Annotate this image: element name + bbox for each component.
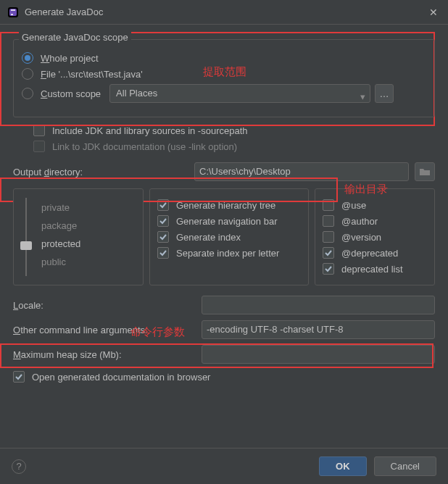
folder-icon: [419, 167, 431, 177]
radio-label: Whole project: [41, 53, 99, 64]
other-args-label: Other command line arguments:: [13, 325, 202, 335]
slider-thumb[interactable]: [20, 241, 32, 250]
output-label: Output directory:: [13, 167, 194, 178]
radio-file[interactable]: File '...\src\test\Test.java': [22, 68, 426, 80]
locale-input[interactable]: [202, 296, 435, 314]
slider-track: [25, 198, 27, 276]
chk-navbar[interactable]: Generate navigation bar: [157, 215, 301, 227]
radio-label: Custom scope: [41, 88, 101, 99]
close-icon[interactable]: ✕: [426, 7, 441, 18]
titlebar: Generate JavaDoc ✕: [0, 0, 448, 25]
scope-fieldset: Generate JavaDoc scope Whole project Fil…: [13, 33, 435, 117]
scope-browse-button[interactable]: …: [375, 84, 394, 103]
cancel-button[interactable]: Cancel: [374, 456, 436, 476]
radio-dot: [22, 68, 33, 80]
level-private[interactable]: private: [41, 202, 136, 213]
browse-folder-button[interactable]: [415, 162, 435, 181]
checkbox-icon: [33, 125, 45, 136]
heap-input[interactable]: [202, 345, 435, 364]
radio-dot: [22, 52, 33, 64]
radio-dot: [22, 88, 33, 99]
scope-legend: Generate JavaDoc scope: [19, 32, 131, 43]
chk-separate-index[interactable]: Separate index per letter: [157, 247, 301, 259]
help-button[interactable]: ?: [12, 459, 26, 474]
locale-label: Locale:: [13, 300, 202, 311]
level-public[interactable]: public: [41, 256, 136, 267]
chk-deprecated-list[interactable]: deprecated list: [323, 263, 427, 275]
heap-label: Maximum heap size (Mb):: [13, 349, 202, 360]
radio-custom-scope[interactable]: Custom scope All Places ▾ …: [22, 84, 426, 103]
chk-author[interactable]: @author: [323, 215, 427, 227]
level-protected[interactable]: protected: [41, 238, 136, 249]
chk-index[interactable]: Generate index: [157, 231, 301, 243]
generation-options: Generate hierarchy tree Generate navigat…: [149, 188, 309, 285]
chk-deprecated[interactable]: @deprecated: [323, 247, 427, 259]
ok-button[interactable]: OK: [319, 456, 367, 476]
button-bar: ? OK Cancel: [0, 448, 448, 484]
app-icon: [7, 7, 19, 18]
scope-select[interactable]: All Places ▾: [109, 84, 370, 103]
chk-use[interactable]: @use: [323, 199, 427, 211]
chk-include-jdk[interactable]: Include JDK and library sources in -sour…: [33, 125, 435, 136]
chevron-down-icon: ▾: [360, 88, 365, 106]
checkbox-icon: [33, 141, 45, 152]
level-package[interactable]: package: [41, 220, 136, 231]
checkbox-icon: [13, 371, 25, 383]
tag-options: @use @author @version @deprecated deprec…: [315, 188, 435, 285]
chk-open-browser[interactable]: Open generated documentation in browser: [13, 371, 435, 383]
radio-whole-project[interactable]: Whole project: [22, 52, 426, 64]
other-args-input[interactable]: -encoding UTF-8 -charset UTF-8: [202, 320, 435, 339]
chk-link-jdk: Link to JDK documentation (use -link opt…: [33, 141, 435, 152]
dialog-title: Generate JavaDoc: [25, 7, 426, 17]
chk-version[interactable]: @version: [323, 231, 427, 243]
radio-label: File '...\src\test\Test.java': [41, 69, 143, 80]
output-directory-input[interactable]: C:\Users\chy\Desktop: [194, 162, 409, 181]
access-level-slider[interactable]: private package protected public: [13, 188, 144, 285]
chk-hierarchy[interactable]: Generate hierarchy tree: [157, 199, 301, 211]
